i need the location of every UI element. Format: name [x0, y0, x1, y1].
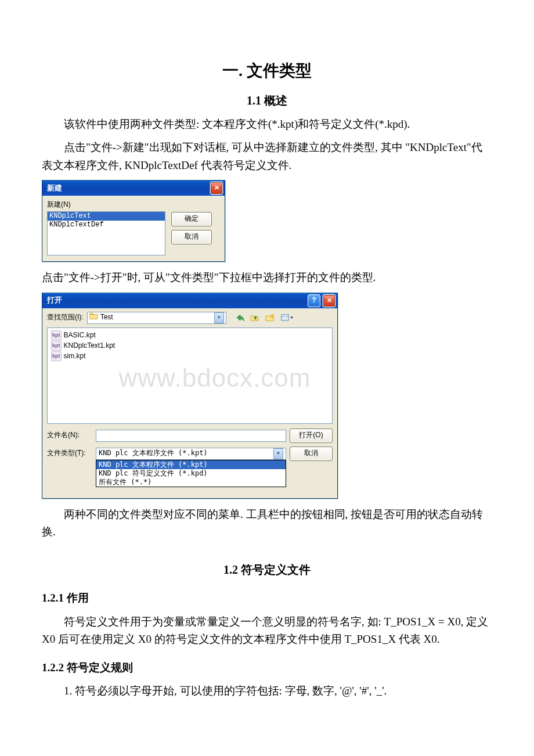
- list-item[interactable]: KNDplcTextDef: [48, 221, 165, 229]
- kpt-file-icon: kpt: [51, 351, 62, 361]
- svg-rect-1: [282, 315, 288, 321]
- dialog-open-bottom: 文件名(N): 打开(O) 文件类型(T): KND plc 文本程序文件 (*…: [42, 424, 337, 468]
- heading-sec12: 1.2 符号定义文件: [42, 560, 492, 579]
- open-button[interactable]: 打开(O): [290, 429, 333, 443]
- cancel-button[interactable]: 取消: [171, 230, 212, 244]
- file-name: KNDplcText1.kpt: [64, 340, 116, 351]
- chevron-down-icon[interactable]: ▼: [214, 312, 224, 323]
- dialog-new-body: 新建(N) KNDplcText KNDplcTextDef 确定 取消: [42, 196, 225, 261]
- list-item[interactable]: kpt KNDplcText1.kpt: [51, 341, 329, 351]
- heading-sec11: 1.1 概述: [42, 91, 492, 110]
- dropdown-option[interactable]: KND plc 符号定义文件 (*.kpd): [96, 469, 286, 478]
- list-item[interactable]: kpt sim.kpt: [51, 351, 329, 362]
- back-icon[interactable]: [234, 312, 245, 323]
- view-menu-icon[interactable]: ▾: [280, 312, 295, 323]
- new-type-listbox[interactable]: KNDplcText KNDplcTextDef: [47, 211, 165, 255]
- dropdown-option[interactable]: KND plc 文本程序文件 (*.kpt): [96, 460, 286, 469]
- paragraph-6: 1. 符号必须以字母开始, 可以使用的字符包括: 字母, 数字, '@', '#…: [42, 682, 492, 700]
- filetype-dropdown-popup: KND plc 文本程序文件 (*.kpt) KND plc 符号定义文件 (*…: [96, 460, 286, 487]
- file-name: sim.kpt: [64, 351, 86, 362]
- document-page: 一. 文件类型 1.1 概述 该软件中使用两种文件类型: 文本程序文件(*.kp…: [0, 0, 534, 735]
- lookin-folder-name: Test: [100, 312, 113, 323]
- watermark-text: www.bdocx.com: [119, 358, 311, 398]
- new-folder-icon[interactable]: [265, 312, 275, 323]
- filetype-dropdown[interactable]: KND plc 文本程序文件 (*.kpt) ▼ KND plc 文本程序文件 …: [96, 448, 286, 460]
- dialog-open-title: 打开: [47, 294, 62, 307]
- filetype-label: 文件类型(T):: [47, 448, 92, 459]
- filename-label: 文件名(N):: [47, 430, 92, 441]
- help-icon[interactable]: ?: [308, 294, 320, 307]
- file-list-pane[interactable]: kpt BASIC.kpt kpt KNDplcText1.kpt kpt si…: [47, 327, 333, 424]
- paragraph-5: 符号定义文件用于为变量或常量定义一个意义明显的符号名字, 如: T_POS1_X…: [42, 613, 492, 649]
- paragraph-2: 点击"文件->新建"出现如下对话框, 可从中选择新建立的文件类型, 其中 "KN…: [42, 139, 492, 174]
- paragraph-1: 该软件中使用两种文件类型: 文本程序文件(*.kpt)和符号定义文件(*.kpd…: [42, 116, 492, 133]
- file-name: BASIC.kpt: [64, 330, 96, 341]
- paragraph-4: 两种不同的文件类型对应不同的菜单. 工具栏中的按钮相同, 按钮是否可用的状态自动…: [42, 506, 492, 541]
- nav-icon-bar: ▾: [234, 312, 295, 323]
- dialog-new-titlebar: 新建 ✕: [42, 181, 225, 196]
- folder-icon: [89, 312, 98, 323]
- dialog-open: 打开 ? ✕ 查找范围(I): Test ▼: [42, 293, 338, 499]
- dialog-open-body: 查找范围(I): Test ▼: [42, 308, 337, 424]
- filename-input[interactable]: [96, 430, 286, 442]
- close-icon[interactable]: ✕: [210, 182, 223, 195]
- dropdown-option[interactable]: 所有文件 (*.*): [96, 478, 286, 487]
- cancel-button[interactable]: 取消: [290, 447, 333, 461]
- list-item[interactable]: KNDplcText: [48, 212, 165, 221]
- new-listbox-label: 新建(N): [47, 199, 220, 210]
- chevron-down-icon[interactable]: ▼: [273, 448, 283, 459]
- kpt-file-icon: kpt: [51, 330, 62, 340]
- filetype-selected: KND plc 文本程序文件 (*.kpt): [99, 448, 208, 459]
- up-folder-icon[interactable]: [250, 312, 260, 323]
- lookin-dropdown[interactable]: Test ▼: [87, 312, 226, 324]
- dialog-open-titlebar: 打开 ? ✕: [42, 293, 337, 308]
- heading-sec122: 1.2.2 符号定义规则: [42, 659, 492, 676]
- heading-1: 一. 文件类型: [42, 58, 492, 84]
- kpt-file-icon: kpt: [51, 341, 62, 350]
- list-item[interactable]: kpt BASIC.kpt: [51, 330, 329, 341]
- paragraph-3: 点击"文件->打开"时, 可从"文件类型"下拉框中选择打开的文件的类型.: [42, 269, 492, 286]
- chevron-down-icon: ▾: [291, 314, 293, 321]
- close-icon[interactable]: ✕: [323, 294, 335, 307]
- lookin-label: 查找范围(I):: [47, 312, 84, 323]
- dialog-new-title: 新建: [47, 182, 62, 195]
- ok-button[interactable]: 确定: [171, 212, 212, 226]
- heading-sec121: 1.2.1 作用: [42, 589, 492, 607]
- dialog-new: 新建 ✕ 新建(N) KNDplcText KNDplcTextDef 确定 取…: [42, 180, 225, 262]
